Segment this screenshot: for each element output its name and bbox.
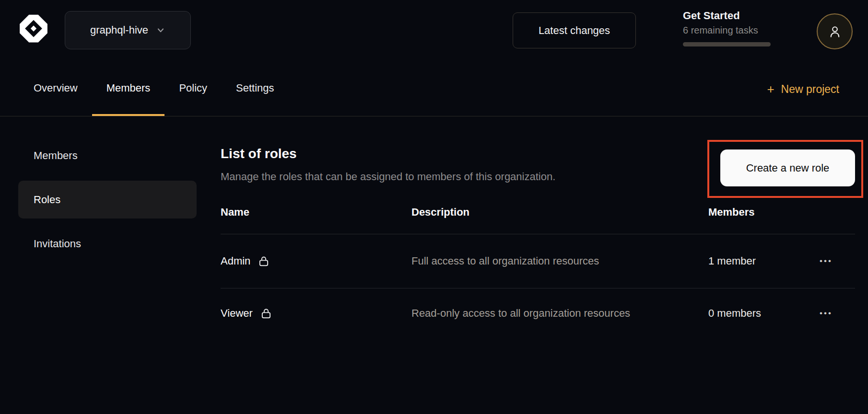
new-project-label: New project	[781, 83, 839, 96]
role-description: Full access to all organization resource…	[411, 252, 642, 271]
create-role-button[interactable]: Create a new role	[720, 150, 855, 186]
org-selector-button[interactable]: graphql-hive	[65, 11, 191, 49]
role-description: Read-only access to all organization res…	[411, 304, 642, 323]
header: graphql-hive Latest changes Get Started …	[0, 0, 868, 62]
new-project-button[interactable]: + New project	[767, 62, 839, 116]
get-started-title: Get Started	[683, 10, 774, 22]
roles-panel: List of roles Manage the roles that can …	[221, 116, 868, 414]
get-started-remaining-tasks: 6 remaining tasks	[683, 25, 774, 36]
content-area: Members Roles Invitations List of roles …	[0, 116, 868, 414]
tab-settings[interactable]: Settings	[222, 62, 289, 116]
tab-members[interactable]: Members	[92, 62, 165, 116]
tab-policy[interactable]: Policy	[164, 62, 222, 116]
role-members-count: 0 members	[708, 307, 819, 320]
sidebar-item-invitations[interactable]: Invitations	[18, 225, 197, 263]
chevron-down-icon	[156, 25, 165, 35]
get-started-progress-bar	[683, 42, 771, 46]
role-name: Admin	[221, 255, 250, 267]
tab-overview[interactable]: Overview	[19, 62, 92, 116]
annotation-highlight-box: Create a new role	[707, 140, 863, 198]
org-tabbar: Overview Members Policy Settings + New p…	[0, 62, 868, 116]
sidebar-item-members[interactable]: Members	[18, 137, 197, 174]
home-link[interactable]	[18, 13, 49, 46]
table-row-viewer: Viewer Read-only access to all organizat…	[221, 288, 855, 338]
hive-logo-icon	[18, 12, 49, 46]
lock-icon	[258, 255, 270, 267]
table-header-row: Name Description Members	[221, 206, 855, 234]
column-header-description: Description	[411, 206, 708, 218]
row-menu-button[interactable]: •••	[819, 306, 833, 321]
sidebar-item-roles[interactable]: Roles	[18, 181, 197, 218]
lock-icon	[260, 307, 272, 320]
column-header-name: Name	[221, 206, 411, 218]
members-sidebar: Members Roles Invitations	[0, 116, 221, 414]
table-row-admin: Admin Full access to all organization re…	[221, 234, 855, 288]
avatar[interactable]	[817, 13, 853, 49]
latest-changes-button[interactable]: Latest changes	[513, 12, 636, 48]
plus-icon: +	[767, 83, 774, 95]
role-name: Viewer	[221, 307, 253, 320]
row-menu-button[interactable]: •••	[819, 253, 833, 269]
role-members-count: 1 member	[708, 255, 819, 267]
roles-table: Name Description Members Admin Full acce…	[221, 206, 855, 338]
column-header-members: Members	[708, 206, 819, 218]
org-name: graphql-hive	[90, 24, 148, 36]
user-icon	[827, 23, 843, 40]
get-started-widget[interactable]: Get Started 6 remaining tasks	[683, 10, 774, 46]
